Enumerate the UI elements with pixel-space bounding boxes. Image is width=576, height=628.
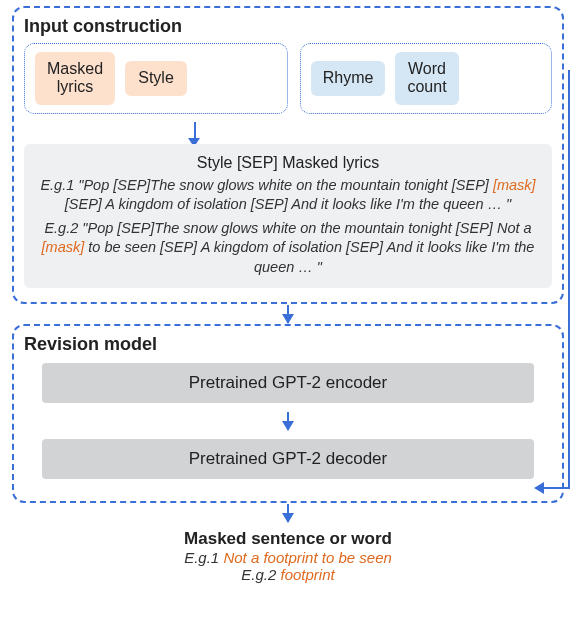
gpt2-decoder-row: Pretrained GPT-2 decoder <box>42 439 534 479</box>
style-lyrics-group: Masked lyrics Style <box>24 43 288 114</box>
output-box: Masked sentence or word E.g.1 Not a foot… <box>12 529 564 583</box>
output-eg2: E.g.2 footprint <box>12 566 564 583</box>
example-header: Style [SEP] Masked lyrics <box>36 154 540 172</box>
input-construction-title: Input construction <box>24 16 552 37</box>
eg2-pre: "Pop [SEP]The snow glows white on the mo… <box>82 220 531 236</box>
example-box: Style [SEP] Masked lyrics E.g.1 "Pop [SE… <box>24 144 552 288</box>
output-eg1: E.g.1 Not a footprint to be seen <box>12 549 564 566</box>
arrow-revision-to-output <box>12 503 564 523</box>
side-connector-arrow <box>562 70 576 504</box>
eg1-pre: "Pop [SEP]The snow glows white on the mo… <box>78 177 493 193</box>
example-2: E.g.2 "Pop [SEP]The snow glows white on … <box>36 219 540 278</box>
out-eg2-label: E.g.2 <box>241 566 276 583</box>
input-top-row: Masked lyrics Style Rhyme Word count <box>24 43 552 114</box>
eg1-label: E.g.1 <box>40 177 74 193</box>
arrow-input-to-revision <box>12 304 564 324</box>
revision-model-box: Revision model Pretrained GPT-2 encoder … <box>12 324 564 503</box>
eg2-label: E.g.2 <box>44 220 78 236</box>
eg2-post: to be seen [SEP] A kingdom of isolation … <box>84 239 534 275</box>
arrow-encoder-to-decoder <box>24 411 552 431</box>
out-eg1-text: Not a footprint to be seen <box>223 549 391 566</box>
masked-lyrics-pill: Masked lyrics <box>35 52 115 105</box>
eg1-mask: [mask] <box>493 177 536 193</box>
revision-model-title: Revision model <box>24 334 552 355</box>
gpt2-encoder-row: Pretrained GPT-2 encoder <box>42 363 534 403</box>
style-pill: Style <box>125 61 187 95</box>
out-eg1-label: E.g.1 <box>184 549 219 566</box>
rhyme-pill: Rhyme <box>311 61 386 95</box>
input-construction-box: Input construction Masked lyrics Style R… <box>12 6 564 304</box>
word-count-pill: Word count <box>395 52 458 105</box>
eg2-mask: [mask] <box>42 239 85 255</box>
output-title: Masked sentence or word <box>12 529 564 549</box>
out-eg2-text: footprint <box>281 566 335 583</box>
eg1-post: [SEP] A kingdom of isolation [SEP] And i… <box>65 196 511 212</box>
example-1: E.g.1 "Pop [SEP]The snow glows white on … <box>36 176 540 215</box>
arrow-pills-to-example <box>24 124 552 144</box>
rhyme-count-group: Rhyme Word count <box>300 43 552 114</box>
